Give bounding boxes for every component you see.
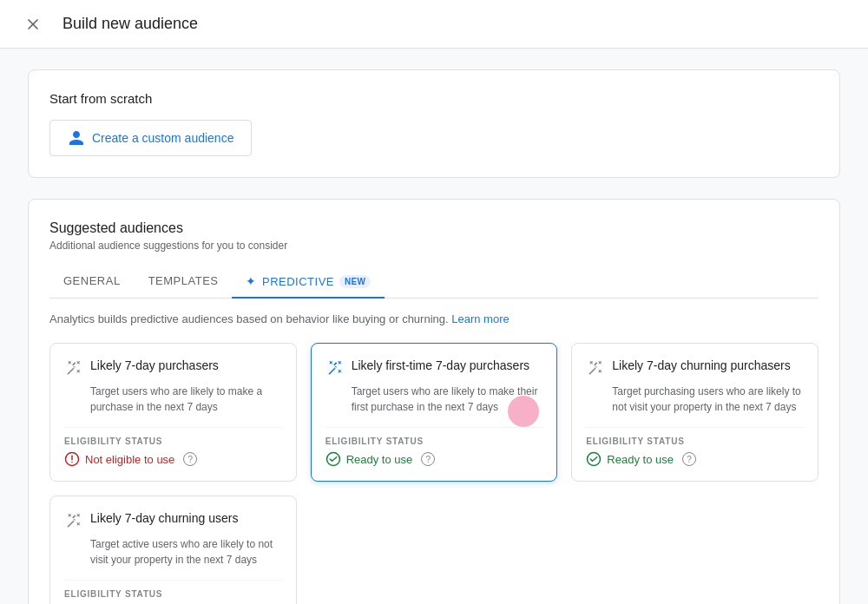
eligibility-section-4: ELIGIBILITY STATUS Ready to use ? <box>64 580 282 604</box>
status-text-3: Ready to use <box>607 453 674 466</box>
eligibility-label-4: ELIGIBILITY STATUS <box>64 589 282 599</box>
tab-templates[interactable]: TEMPLATES <box>135 266 233 299</box>
eligibility-status-1: Not eligible to use ? <box>64 451 282 467</box>
learn-more-link[interactable]: Learn more <box>451 312 509 325</box>
close-button[interactable] <box>21 12 45 36</box>
card-title-2: Likely first-time 7-day purchasers <box>352 358 529 375</box>
page-title: Build new audience <box>62 15 198 33</box>
audience-card-likely-purchasers[interactable]: Likely 7-day purchasers Target users who… <box>49 343 297 482</box>
card-title-1: Likely 7-day purchasers <box>90 358 219 375</box>
eligibility-label-1: ELIGIBILITY STATUS <box>64 437 282 446</box>
suggested-card: Suggested audiences Additional audience … <box>28 199 840 604</box>
audience-card-churning-purchasers[interactable]: Likely 7-day churning purchasers Target … <box>571 343 819 482</box>
header: Build new audience <box>0 0 868 49</box>
tab-general[interactable]: GENERAL <box>49 266 135 299</box>
card-desc-3: Target purchasing users who are likely t… <box>612 384 804 415</box>
help-icon-1[interactable]: ? <box>183 452 197 466</box>
predictive-icon: ✦ <box>246 274 257 288</box>
card-header-3: Likely 7-day churning purchasers <box>586 358 804 377</box>
eligibility-section-2: ELIGIBILITY STATUS Ready to use ? <box>326 427 543 467</box>
scratch-card: Start from scratch Create a custom audie… <box>28 69 840 178</box>
eligibility-section-3: ELIGIBILITY STATUS Ready to use ? <box>586 427 804 467</box>
svg-point-4 <box>71 462 73 463</box>
scratch-title: Start from scratch <box>49 91 819 106</box>
suggested-title: Suggested audiences <box>49 220 819 236</box>
eligibility-section-1: ELIGIBILITY STATUS Not eligible to use ? <box>64 427 282 467</box>
card-title-4: Likely 7-day churning users <box>90 510 238 528</box>
help-icon-3[interactable]: ? <box>682 452 696 466</box>
predictive-label: PREDICTIVE <box>262 275 334 288</box>
main-content: Start from scratch Create a custom audie… <box>0 49 868 604</box>
analytics-note: Analytics builds predictive audiences ba… <box>49 312 819 325</box>
card-desc-4: Target active users who are likely to no… <box>90 536 282 568</box>
ready-icon-2 <box>326 451 341 467</box>
wand-icon-2 <box>326 359 343 377</box>
card-desc-1: Target users who are likely to make a pu… <box>90 384 282 415</box>
audience-card-churning-users[interactable]: Likely 7-day churning users Target activ… <box>49 496 297 604</box>
eligibility-label-2: ELIGIBILITY STATUS <box>326 437 543 446</box>
not-eligible-icon-1 <box>64 451 80 467</box>
card-header-4: Likely 7-day churning users <box>64 510 282 529</box>
wand-icon-3 <box>586 359 603 377</box>
card-header-1: Likely 7-day purchasers <box>64 358 282 377</box>
suggested-subtitle: Additional audience suggestions for you … <box>49 240 819 252</box>
help-icon-2[interactable]: ? <box>421 452 435 466</box>
ready-icon-3 <box>586 451 602 467</box>
status-text-1: Not eligible to use <box>85 453 174 466</box>
eligibility-status-3: Ready to use ? <box>586 451 804 467</box>
card-desc-2: Target users who are likely to make thei… <box>352 384 543 415</box>
wand-icon-4 <box>64 512 82 529</box>
audience-grid: Likely 7-day purchasers Target users who… <box>49 343 819 604</box>
status-text-2: Ready to use <box>346 453 413 466</box>
audience-card-first-time[interactable]: Likely first-time 7-day purchasers Targe… <box>311 343 558 482</box>
audience-tabs: GENERAL TEMPLATES ✦ PREDICTIVE NEW <box>49 266 819 299</box>
card-header-2: Likely first-time 7-day purchasers <box>326 358 543 377</box>
create-custom-audience-button[interactable]: Create a custom audience <box>49 120 252 156</box>
eligibility-label-3: ELIGIBILITY STATUS <box>586 437 804 446</box>
wand-icon-1 <box>64 359 82 377</box>
create-custom-label: Create a custom audience <box>92 131 233 145</box>
new-badge: NEW <box>339 275 371 288</box>
eligibility-status-2: Ready to use ? <box>326 451 543 467</box>
person-icon <box>68 129 85 147</box>
card-title-3: Likely 7-day churning purchasers <box>612 358 790 375</box>
tab-predictive[interactable]: ✦ PREDICTIVE NEW <box>232 266 385 299</box>
